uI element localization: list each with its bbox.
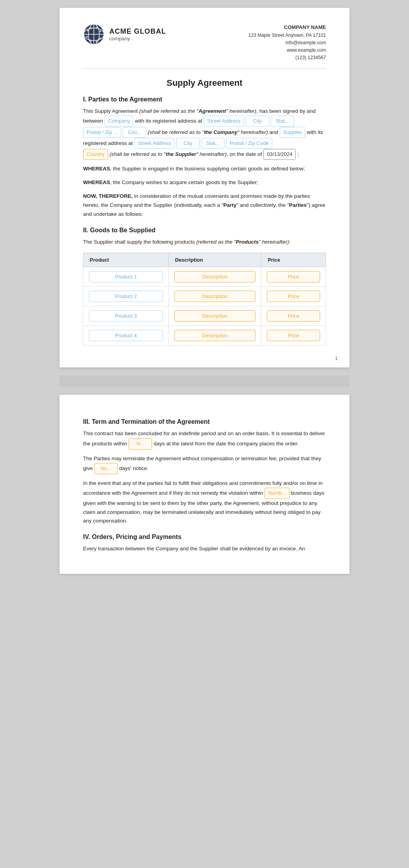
now-therefore: NOW, THEREFORE, in consideration of the … (83, 192, 326, 219)
state-2[interactable]: Stat... (201, 138, 224, 149)
product-cell-4: Product 4 (83, 326, 169, 345)
whereas-1: WHEREAS, the Supplier is engaged in the … (83, 165, 326, 174)
svg-point-9 (100, 31, 101, 33)
whereas-2: WHEREAS, the Company wishes to acquire c… (83, 178, 326, 187)
term-para-1: This contract has been concluded for an … (83, 429, 326, 449)
svg-point-7 (90, 27, 92, 29)
price-cell-2: Price (261, 287, 326, 306)
parties-paragraph-1: This Supply Agreement (shall be referred… (83, 107, 326, 160)
table-header-row: Product Description Price (83, 253, 326, 267)
col-header-product: Product (83, 253, 169, 267)
price-field-3[interactable]: Price (267, 310, 320, 322)
col-header-price: Price (261, 253, 326, 267)
product-cell-1: Product 1 (83, 267, 169, 287)
logo-name: ACME GLOBAL (109, 27, 166, 36)
company-info: COMPANY NAME 123 Maple Street Anytown, P… (248, 24, 326, 62)
term-para-3: In the event that any of the parties fai… (83, 479, 326, 526)
description-cell-2: Description (168, 287, 261, 306)
section-orders-heading: IV. Orders, Pricing and Payments (83, 533, 326, 541)
col-header-description: Description (168, 253, 261, 267)
product-cell-2: Product 2 (83, 287, 169, 306)
table-row: Product 1DescriptionPrice (83, 267, 326, 287)
orders-para-1: Every transaction between the Company an… (83, 544, 326, 553)
company-info-name: COMPANY NAME (248, 24, 326, 32)
goods-intro: The Supplier shall supply the following … (83, 238, 326, 247)
product-cell-3: Product 3 (83, 306, 169, 326)
company-field[interactable]: Company (105, 116, 134, 127)
para1-with-registered: with its registered address at (135, 118, 204, 124)
page-number: 1 (335, 356, 338, 361)
term-para-2: The Parties may terminate the Agreement … (83, 454, 326, 474)
product-field-3[interactable]: Product 3 (89, 310, 163, 322)
header: ACME GLOBAL company COMPANY NAME 123 Map… (83, 24, 326, 69)
price-cell-1: Price (261, 267, 326, 287)
postal-2[interactable]: Postal / Zip Code (226, 138, 272, 149)
country-1[interactable]: Cou... (123, 127, 146, 138)
country-2[interactable]: Country (83, 149, 108, 160)
street-address-2[interactable]: Street Address (134, 138, 175, 149)
days-field-2[interactable]: Nu... (94, 463, 118, 474)
street-address-1[interactable]: Street Address (204, 116, 244, 127)
product-field-1[interactable]: Product 1 (89, 271, 163, 282)
company-logo-text: ACME GLOBAL company (109, 27, 166, 42)
table-row: Product 4DescriptionPrice (83, 326, 326, 345)
description-field-1[interactable]: Description (174, 271, 256, 282)
para1-end: ; (297, 151, 299, 157)
description-field-3[interactable]: Description (174, 310, 256, 322)
description-field-2[interactable]: Description (174, 291, 256, 302)
logo-area: ACME GLOBAL company (83, 24, 166, 45)
products-table: Product Description Price Product 1Descr… (83, 253, 326, 345)
description-cell-4: Description (168, 326, 261, 345)
description-cell-3: Description (168, 306, 261, 326)
city-1[interactable]: City (246, 116, 269, 127)
page-1: ACME GLOBAL company COMPANY NAME 123 Map… (60, 8, 349, 367)
company-web: www.example.com (248, 47, 326, 54)
date-field[interactable]: 03/13/2024 (263, 149, 296, 160)
price-cell-4: Price (261, 326, 326, 345)
postal-1[interactable]: Postal / Zip ... (83, 127, 121, 138)
company-email: info@example.com (248, 39, 326, 47)
state-1[interactable]: Stat... (271, 116, 294, 127)
price-field-1[interactable]: Price (267, 271, 320, 282)
svg-point-10 (86, 36, 88, 38)
document-title: Supply Agreement (83, 78, 326, 88)
city-2[interactable]: City (176, 138, 200, 149)
para1-shall: (shall be referred as to "the Company" h… (148, 129, 280, 135)
section-goods-heading: II. Goods to Be Supplied (83, 227, 326, 234)
table-row: Product 3DescriptionPrice (83, 306, 326, 326)
price-cell-3: Price (261, 306, 326, 326)
company-address: 123 Maple Street Anytown, PA 17101 (248, 32, 326, 39)
svg-point-11 (99, 38, 101, 40)
days-field-1[interactable]: N... (128, 438, 152, 449)
description-cell-1: Description (168, 267, 261, 287)
page-divider (60, 375, 349, 387)
price-field-4[interactable]: Price (267, 330, 320, 341)
product-field-4[interactable]: Product 4 (89, 330, 163, 341)
price-field-2[interactable]: Price (267, 291, 320, 302)
svg-point-12 (90, 40, 92, 42)
supplier-field[interactable]: Supplier (280, 127, 306, 138)
logo-sub: company (109, 36, 166, 42)
section-parties-heading: I. Parties to the Agreement (83, 96, 326, 103)
table-row: Product 2DescriptionPrice (83, 287, 326, 306)
description-field-4[interactable]: Description (174, 330, 256, 341)
globe-icon (83, 24, 105, 45)
para1-shall2: (shall be referred as to "the Supplier" … (109, 151, 263, 157)
svg-point-8 (96, 27, 98, 29)
svg-point-6 (87, 30, 89, 32)
page-2: III. Term and Termination of the Agreeme… (60, 395, 349, 574)
svg-point-13 (96, 41, 98, 43)
company-phone: (123) 1234567 (248, 54, 326, 61)
section-term-heading: III. Term and Termination of the Agreeme… (83, 418, 326, 425)
product-field-2[interactable]: Product 2 (89, 291, 163, 302)
days-field-3[interactable]: Numb... (264, 488, 290, 499)
